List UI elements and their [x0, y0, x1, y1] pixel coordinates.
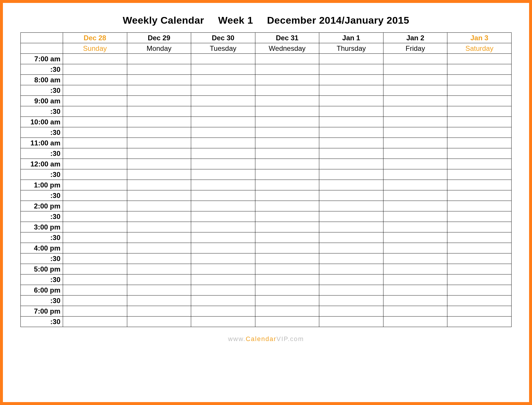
time-slot[interactable] [319, 190, 383, 201]
time-slot[interactable] [383, 138, 447, 148]
time-slot[interactable] [447, 232, 512, 243]
time-slot[interactable] [447, 264, 512, 274]
time-slot[interactable] [319, 232, 383, 243]
time-slot[interactable] [127, 64, 191, 75]
time-slot[interactable] [127, 54, 191, 64]
time-slot[interactable] [63, 96, 127, 106]
time-slot[interactable] [127, 148, 191, 159]
time-slot[interactable] [319, 211, 383, 222]
time-slot[interactable] [319, 243, 383, 253]
time-slot[interactable] [383, 264, 447, 274]
time-slot[interactable] [191, 306, 255, 317]
time-slot[interactable] [127, 127, 191, 138]
time-slot[interactable] [127, 159, 191, 169]
time-slot[interactable] [255, 54, 319, 64]
time-slot[interactable] [191, 232, 255, 243]
time-slot[interactable] [447, 106, 512, 117]
time-slot[interactable] [63, 180, 127, 190]
time-slot[interactable] [383, 169, 447, 180]
time-slot[interactable] [127, 317, 191, 327]
time-slot[interactable] [383, 85, 447, 96]
time-slot[interactable] [447, 96, 512, 106]
time-slot[interactable] [319, 264, 383, 274]
time-slot[interactable] [319, 222, 383, 232]
time-slot[interactable] [447, 190, 512, 201]
time-slot[interactable] [319, 253, 383, 264]
time-slot[interactable] [191, 274, 255, 285]
time-slot[interactable] [191, 117, 255, 127]
time-slot[interactable] [383, 75, 447, 85]
time-slot[interactable] [383, 117, 447, 127]
time-slot[interactable] [319, 180, 383, 190]
time-slot[interactable] [127, 85, 191, 96]
time-slot[interactable] [447, 180, 512, 190]
time-slot[interactable] [63, 75, 127, 85]
time-slot[interactable] [127, 169, 191, 180]
time-slot[interactable] [63, 274, 127, 285]
time-slot[interactable] [319, 64, 383, 75]
time-slot[interactable] [63, 148, 127, 159]
time-slot[interactable] [447, 159, 512, 169]
time-slot[interactable] [447, 243, 512, 253]
time-slot[interactable] [191, 190, 255, 201]
time-slot[interactable] [319, 159, 383, 169]
time-slot[interactable] [447, 127, 512, 138]
time-slot[interactable] [447, 253, 512, 264]
time-slot[interactable] [191, 127, 255, 138]
time-slot[interactable] [447, 138, 512, 148]
time-slot[interactable] [255, 274, 319, 285]
time-slot[interactable] [63, 106, 127, 117]
time-slot[interactable] [191, 64, 255, 75]
time-slot[interactable] [319, 285, 383, 296]
time-slot[interactable] [191, 201, 255, 211]
time-slot[interactable] [255, 138, 319, 148]
time-slot[interactable] [63, 243, 127, 253]
time-slot[interactable] [319, 96, 383, 106]
time-slot[interactable] [127, 96, 191, 106]
time-slot[interactable] [383, 148, 447, 159]
time-slot[interactable] [255, 64, 319, 75]
time-slot[interactable] [383, 54, 447, 64]
time-slot[interactable] [319, 317, 383, 327]
time-slot[interactable] [255, 201, 319, 211]
time-slot[interactable] [191, 211, 255, 222]
time-slot[interactable] [127, 306, 191, 317]
time-slot[interactable] [255, 232, 319, 243]
time-slot[interactable] [447, 285, 512, 296]
time-slot[interactable] [191, 148, 255, 159]
time-slot[interactable] [383, 296, 447, 306]
time-slot[interactable] [63, 232, 127, 243]
time-slot[interactable] [447, 75, 512, 85]
time-slot[interactable] [127, 296, 191, 306]
time-slot[interactable] [127, 180, 191, 190]
time-slot[interactable] [63, 306, 127, 317]
time-slot[interactable] [63, 64, 127, 75]
time-slot[interactable] [191, 159, 255, 169]
time-slot[interactable] [255, 117, 319, 127]
time-slot[interactable] [383, 180, 447, 190]
time-slot[interactable] [191, 138, 255, 148]
time-slot[interactable] [383, 190, 447, 201]
time-slot[interactable] [383, 285, 447, 296]
time-slot[interactable] [447, 222, 512, 232]
time-slot[interactable] [63, 222, 127, 232]
time-slot[interactable] [191, 106, 255, 117]
time-slot[interactable] [383, 64, 447, 75]
time-slot[interactable] [127, 274, 191, 285]
time-slot[interactable] [383, 211, 447, 222]
time-slot[interactable] [447, 148, 512, 159]
time-slot[interactable] [63, 317, 127, 327]
time-slot[interactable] [319, 54, 383, 64]
time-slot[interactable] [319, 75, 383, 85]
time-slot[interactable] [63, 117, 127, 127]
time-slot[interactable] [191, 285, 255, 296]
time-slot[interactable] [191, 85, 255, 96]
time-slot[interactable] [319, 127, 383, 138]
time-slot[interactable] [255, 169, 319, 180]
time-slot[interactable] [63, 159, 127, 169]
time-slot[interactable] [255, 222, 319, 232]
time-slot[interactable] [255, 106, 319, 117]
time-slot[interactable] [63, 211, 127, 222]
time-slot[interactable] [127, 243, 191, 253]
time-slot[interactable] [319, 138, 383, 148]
